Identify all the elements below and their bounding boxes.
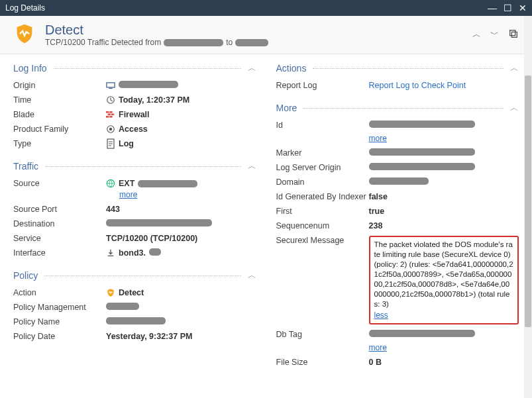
right-column: Actions ︿ Report Log Report Log to Check… [276, 62, 519, 390]
field-value: Today, 1:20:37 PM [119, 95, 189, 105]
copy-icon[interactable] [508, 28, 519, 41]
section-header-policy[interactable]: Policy ︿ [13, 270, 256, 281]
field-value: 443 [106, 205, 120, 214]
redacted-text [149, 248, 161, 256]
section-title: More [276, 103, 297, 113]
chevron-up-icon[interactable]: ︿ [248, 160, 256, 172]
scrollbar-thumb[interactable] [525, 75, 531, 327]
chevron-down-icon[interactable]: ﹀ [490, 28, 499, 41]
section-title: Log Info [13, 63, 47, 74]
chevron-up-icon[interactable]: ︿ [472, 28, 481, 41]
log-icon [106, 139, 115, 148]
field-label: Sequencenum [276, 221, 369, 230]
field-value: Log [119, 139, 134, 148]
chevron-up-icon[interactable]: ︿ [510, 62, 519, 74]
field-value: Access [119, 124, 148, 134]
row-origin: Origin [13, 78, 256, 93]
vertical-scrollbar[interactable] [524, 16, 532, 398]
row-id: Id more [276, 118, 519, 146]
row-file-size: File Size 0 B [276, 355, 519, 370]
maximize-button[interactable]: ☐ [504, 3, 512, 13]
row-policy-management: Policy Management [13, 300, 256, 315]
field-value: false [369, 192, 388, 201]
field-label: Product Family [13, 124, 106, 134]
row-domain: Domain [276, 175, 519, 189]
redacted-text [369, 148, 475, 156]
svg-rect-0 [511, 32, 517, 37]
more-link[interactable]: more [369, 343, 387, 352]
field-value: 0 B [369, 358, 382, 367]
report-log-link[interactable]: Report Log to Check Point [369, 81, 466, 90]
redacted-text [369, 177, 429, 185]
redacted-text [138, 180, 197, 187]
field-value: bond3. [119, 248, 146, 258]
field-label: Blade [13, 110, 106, 119]
row-id-generated: Id Generated By Indexer false [276, 189, 519, 204]
field-label: Time [13, 95, 106, 105]
firewall-icon [106, 110, 115, 119]
section-header-actions[interactable]: Actions ︿ [276, 62, 519, 74]
row-blade: Blade Firewall [13, 107, 256, 122]
log-body: Log Info ︿ Origin Time Today, 1:20:37 PM… [0, 54, 532, 398]
row-policy-name: Policy Name [13, 315, 256, 329]
section-divider [313, 68, 504, 69]
access-icon [106, 124, 115, 134]
row-type: Type Log [13, 136, 256, 151]
row-product-family: Product Family Access [13, 122, 256, 136]
field-value: The packet violated the DOS module's rat… [374, 240, 513, 308]
chevron-up-icon[interactable]: ︿ [510, 102, 519, 114]
field-label: Interface [13, 248, 106, 258]
close-button[interactable]: ✕ [519, 3, 527, 13]
chevron-up-icon[interactable]: ︿ [248, 62, 256, 74]
svg-rect-10 [109, 116, 112, 118]
detect-shield-icon [13, 23, 36, 47]
section-title: Traffic [13, 161, 38, 172]
field-label: Securexl Message [276, 236, 369, 245]
field-value: Detect [119, 288, 144, 297]
host-icon [106, 81, 115, 90]
redacted-text [369, 330, 475, 337]
window-controls: — ☐ ✕ [488, 3, 527, 13]
window-titlebar: Log Details — ☐ ✕ [0, 0, 532, 16]
svg-rect-7 [108, 113, 111, 115]
field-value: Firewall [119, 110, 150, 119]
detect-shield-icon [106, 288, 115, 297]
row-destination: Destination [13, 217, 256, 231]
globe-icon [106, 179, 115, 188]
subtitle-mid: to [226, 38, 233, 47]
download-icon [106, 248, 115, 258]
section-divider [45, 166, 240, 167]
field-value: EXT [119, 179, 134, 188]
row-source: Source EXT more [13, 176, 256, 202]
log-title: Detect [45, 23, 463, 38]
more-link[interactable]: more [119, 190, 137, 199]
field-label: Policy Management [13, 303, 106, 312]
less-link[interactable]: less [374, 311, 514, 321]
field-label: Marker [276, 148, 369, 158]
field-label: Source Port [13, 205, 106, 214]
section-header-traffic[interactable]: Traffic ︿ [13, 160, 256, 172]
chevron-up-icon[interactable]: ︿ [248, 270, 256, 281]
section-title: Policy [13, 270, 38, 281]
row-service: Service TCP/10200 (TCP/10200) [13, 231, 256, 246]
section-header-more[interactable]: More ︿ [276, 102, 519, 114]
svg-rect-8 [111, 113, 114, 115]
redacted-text [369, 163, 475, 170]
minimize-button[interactable]: — [488, 3, 497, 13]
field-label: Policy Name [13, 317, 106, 326]
field-label: Id Generated By Indexer [276, 192, 369, 201]
field-label: Domain [276, 177, 369, 187]
svg-rect-3 [109, 88, 112, 89]
redacted-text [119, 81, 178, 88]
row-marker: Marker [276, 146, 519, 160]
redacted-text [235, 39, 268, 46]
row-sequencenum: Sequencenum 238 [276, 219, 519, 233]
row-first: First true [276, 204, 519, 219]
field-label: Origin [13, 81, 106, 90]
more-link[interactable]: more [369, 134, 387, 143]
svg-rect-6 [109, 111, 112, 113]
field-value: Yesterday, 9:32:37 PM [106, 332, 192, 341]
section-header-log-info[interactable]: Log Info ︿ [13, 62, 256, 74]
field-label: Destination [13, 219, 106, 228]
redacted-text [106, 219, 212, 226]
